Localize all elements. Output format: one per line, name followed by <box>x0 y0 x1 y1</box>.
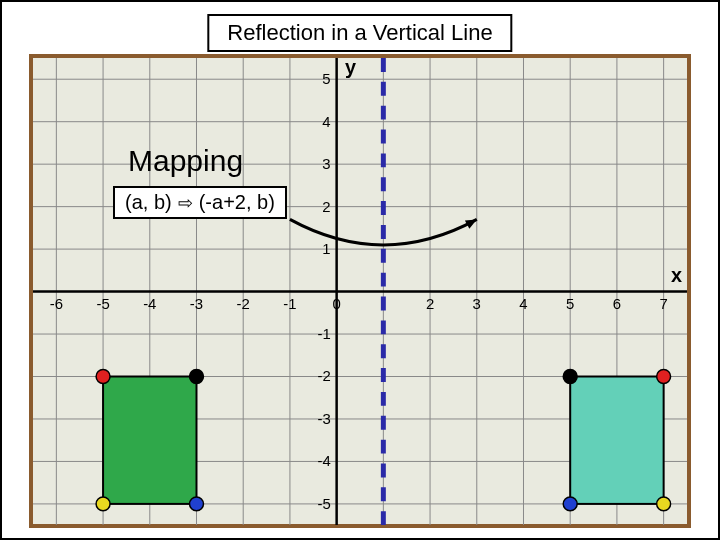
tick-y: 5 <box>322 71 330 87</box>
vertex-point <box>190 497 204 511</box>
tick-y: 3 <box>322 156 330 172</box>
y-axis-label: y <box>345 58 356 78</box>
mapping-rhs: (-a+2, b) <box>199 191 275 214</box>
tick-x: 0 <box>332 296 340 312</box>
chart-panel: Mapping (a, b) ⇨ (-a+2, b) -6-5-4-3-2-10… <box>29 54 691 528</box>
tick-y: -1 <box>317 326 330 342</box>
vertex-point <box>563 370 577 384</box>
shape-image_corners <box>570 377 663 504</box>
chart-svg: -6-5-4-3-2-1023456754321-1-2-3-4-5xy <box>33 58 687 525</box>
vertex-point <box>190 370 204 384</box>
outer-frame: Reflection in a Vertical Line Mapping (a… <box>0 0 720 540</box>
tick-y: -2 <box>317 368 330 384</box>
tick-y: 4 <box>322 114 330 130</box>
tick-y: 2 <box>322 199 330 215</box>
vertex-point <box>563 497 577 511</box>
tick-y: 1 <box>322 241 330 257</box>
tick-x: -6 <box>50 296 63 312</box>
tick-x: 3 <box>473 296 481 312</box>
tick-y: -3 <box>317 411 330 427</box>
tick-x: 7 <box>659 296 667 312</box>
title-text: Reflection in a Vertical Line <box>227 20 492 45</box>
mapping-rule-box: (a, b) ⇨ (-a+2, b) <box>113 186 287 219</box>
tick-x: -1 <box>283 296 296 312</box>
tick-y: -5 <box>317 496 330 512</box>
shape-preimage_corners <box>103 377 196 504</box>
tick-x: -4 <box>143 296 156 312</box>
tick-x: 4 <box>519 296 527 312</box>
mapping-heading: Mapping <box>128 144 243 178</box>
tick-x: 6 <box>613 296 621 312</box>
tick-x: -2 <box>237 296 250 312</box>
tick-x: 2 <box>426 296 434 312</box>
tick-x: 5 <box>566 296 574 312</box>
arrow-right-icon: ⇨ <box>178 192 193 214</box>
x-axis-label: x <box>671 264 682 286</box>
title-box: Reflection in a Vertical Line <box>207 14 512 52</box>
vertex-point <box>96 497 110 511</box>
vertex-point <box>657 370 671 384</box>
mapping-lhs: (a, b) <box>125 191 172 214</box>
vertex-point <box>96 370 110 384</box>
tick-x: -5 <box>96 296 109 312</box>
tick-x: -3 <box>190 296 203 312</box>
vertex-point <box>657 497 671 511</box>
tick-y: -4 <box>317 453 330 469</box>
